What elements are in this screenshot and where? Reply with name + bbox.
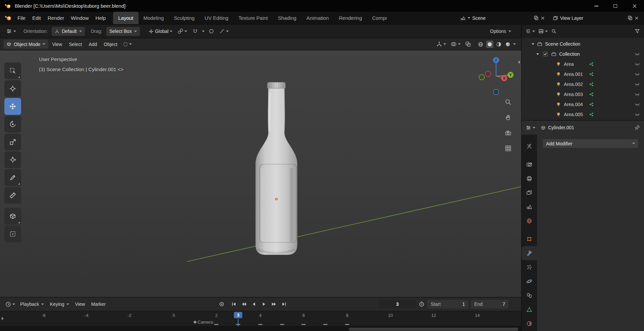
outliner-row-collection[interactable]: Collection [522, 49, 644, 59]
menu-object[interactable]: Object [101, 42, 120, 47]
outliner-display-mode-dropdown[interactable] [538, 29, 548, 34]
jump-to-start-button[interactable] [229, 300, 238, 309]
shading-solid-button[interactable] [486, 41, 493, 48]
show-gizmo-button[interactable] [434, 41, 448, 47]
menu-file[interactable]: File [14, 12, 29, 24]
outliner-row-light[interactable]: Area [522, 59, 644, 69]
next-keyframe-button[interactable] [270, 300, 278, 309]
beer-bottle-object[interactable] [256, 82, 297, 255]
maximize-button[interactable] [606, 0, 625, 12]
play-reverse-button[interactable] [250, 300, 258, 309]
hide-toggle[interactable] [635, 83, 640, 86]
hide-toggle[interactable] [635, 113, 640, 116]
tab-tool[interactable] [522, 139, 537, 153]
tab-modifiers[interactable] [522, 246, 537, 260]
select-box-tool-button[interactable] [4, 62, 21, 79]
playhead-line[interactable] [238, 319, 238, 326]
tab-constraints[interactable] [522, 288, 537, 302]
tab-scene[interactable] [522, 200, 537, 214]
filter-icon[interactable] [635, 29, 640, 34]
current-frame-field[interactable]: 3 [379, 300, 416, 309]
transform-pivot-dropdown[interactable]: Global [147, 27, 174, 36]
outliner-row-light[interactable]: Area.002 [522, 79, 644, 89]
tab-uv-editing[interactable]: UV Editing [200, 12, 233, 24]
hide-toggle[interactable] [635, 103, 640, 106]
outliner-row-light[interactable]: Area.005 [522, 109, 644, 120]
tool-options-dropdown[interactable] [121, 42, 134, 47]
transform-tool-button[interactable] [4, 151, 21, 168]
search-icon[interactable] [551, 29, 556, 34]
options-dropdown[interactable]: Options [487, 27, 514, 35]
move-tool-button[interactable] [4, 98, 21, 115]
add-cube-tool-button[interactable] [4, 208, 21, 225]
prev-keyframe-button[interactable] [239, 300, 248, 309]
menu-timeline-view[interactable]: View [72, 301, 88, 307]
menu-keying[interactable]: Keying [47, 301, 72, 307]
tab-world[interactable] [522, 214, 537, 228]
zoom-button[interactable] [504, 98, 512, 106]
hide-toggle[interactable] [635, 93, 640, 96]
cursor-tool-button[interactable] [4, 80, 21, 97]
annotate-tool-button[interactable] [4, 169, 21, 186]
scale-tool-button[interactable] [4, 134, 21, 150]
gizmo-neg-y-axis[interactable] [479, 75, 484, 80]
use-preview-range-icon[interactable] [419, 301, 425, 307]
outliner-row-light[interactable]: Area.003 [522, 89, 644, 99]
hide-toggle[interactable] [635, 52, 640, 56]
gizmo-neg-x-axis[interactable] [485, 71, 491, 77]
outliner-row-light[interactable]: Area.001 [522, 69, 644, 79]
auto-keying-button[interactable] [217, 300, 226, 309]
new-scene-icon[interactable] [534, 15, 539, 20]
timeline-marker-camera[interactable]: Camera [194, 320, 213, 325]
current-frame-badge[interactable]: 3 [234, 312, 242, 318]
timeline-scrollbar[interactable] [0, 326, 521, 331]
frame-end-field[interactable]: End 7 [471, 300, 508, 309]
rotate-tool-button[interactable] [4, 116, 21, 133]
tab-particles[interactable] [522, 260, 537, 274]
add-modifier-dropdown[interactable]: Add Modifier [542, 139, 639, 148]
tab-shading[interactable]: Shading [273, 12, 302, 24]
collection-checkbox[interactable] [543, 52, 548, 56]
menu-select[interactable]: Select [66, 42, 85, 47]
orientation-dropdown[interactable]: Default [52, 27, 85, 36]
menu-playback[interactable]: Playback [17, 301, 47, 307]
tab-render[interactable] [522, 157, 537, 172]
snap-toggle-button[interactable] [191, 27, 199, 36]
menu-edit[interactable]: Edit [29, 12, 44, 24]
timeline-ruler[interactable]: -6 -4 -2 0 2 4 6 8 10 12 14 Camera [0, 311, 521, 326]
expander-icon[interactable] [532, 43, 534, 45]
shading-wireframe-button[interactable] [477, 41, 484, 48]
camera-view-button[interactable] [504, 129, 512, 137]
tab-view-layer[interactable] [522, 186, 537, 200]
active-tool-dropdown[interactable] [5, 27, 17, 36]
tab-layout[interactable]: Layout [113, 12, 138, 24]
gizmo-neg-z-axis[interactable] [493, 89, 499, 95]
pan-button[interactable] [504, 113, 512, 122]
frame-start-field[interactable]: Start 1 [427, 300, 468, 309]
tab-material[interactable] [522, 317, 537, 331]
pin-icon[interactable] [635, 125, 640, 130]
navigation-gizmo[interactable]: Z X Y [478, 55, 515, 95]
shading-dropdown-caret-icon[interactable] [513, 43, 516, 45]
tab-physics[interactable] [522, 274, 537, 288]
play-button[interactable] [260, 300, 268, 309]
snap-settings-caret-icon[interactable] [202, 31, 205, 32]
tab-modeling[interactable]: Modeling [139, 12, 169, 24]
shading-material-button[interactable] [495, 41, 502, 48]
measure-tool-button[interactable] [4, 187, 21, 204]
hide-toggle[interactable] [635, 62, 640, 66]
timeline-expand-icon[interactable] [2, 317, 4, 320]
new-view-layer-icon[interactable] [628, 15, 633, 20]
proportional-falloff-button[interactable] [218, 27, 230, 36]
remove-view-layer-icon[interactable] [635, 16, 639, 20]
view-layer-selector[interactable]: View Layer [550, 14, 641, 22]
tab-texture-paint[interactable]: Texture Paint [233, 12, 273, 24]
outliner-editor-type-dropdown[interactable] [526, 29, 535, 34]
xray-toggle-button[interactable] [463, 41, 473, 47]
3d-viewport[interactable]: User Perspective (3) Scene Collection | … [0, 50, 521, 297]
show-overlays-button[interactable] [449, 41, 463, 47]
expander-icon[interactable] [536, 53, 539, 55]
tab-animation[interactable]: Animation [302, 12, 334, 24]
menu-render[interactable]: Render [44, 12, 67, 24]
outliner-row-light[interactable]: Area.004 [522, 99, 644, 109]
